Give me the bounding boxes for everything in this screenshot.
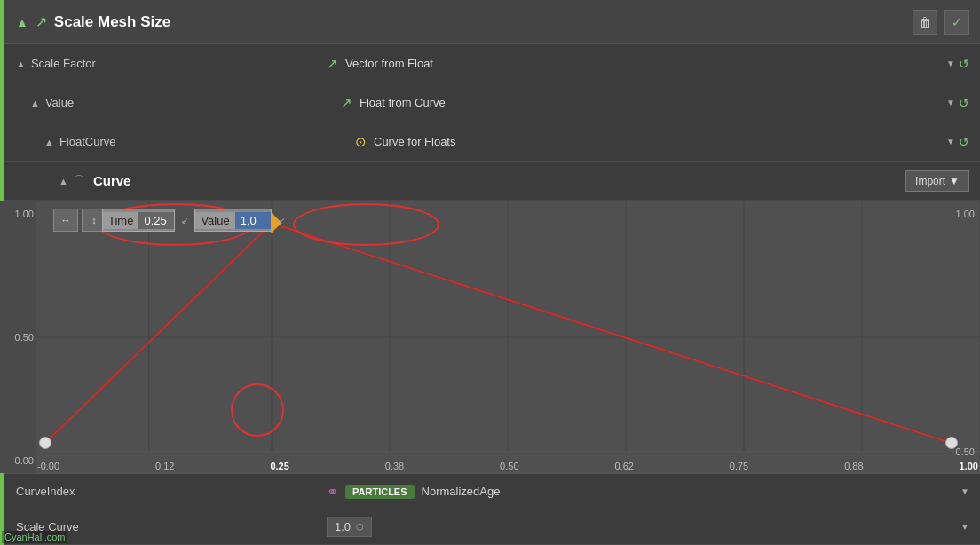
svg-line-13 — [272, 223, 952, 443]
y-right-top: 1.00 — [956, 209, 975, 219]
time-value-sep: ↙ — [178, 216, 191, 225]
scale-factor-collapse[interactable]: ▲ — [16, 59, 26, 69]
scale-curve-input[interactable]: 1.0 ⬡ — [327, 517, 372, 537]
floatcurve-reset[interactable]: ↺ — [959, 135, 969, 149]
enable-checkbox[interactable]: ✓ — [944, 10, 969, 35]
floatcurve-dropdown[interactable]: ▼ — [946, 137, 955, 146]
particles-badge: PARTICLES — [345, 485, 415, 499]
time-value-row: Time 0.25 ↙ Value 1.0 ↙ — [102, 209, 288, 232]
curve-index-dropdown[interactable]: ▼ — [960, 486, 969, 496]
header-row: ▲ ↗ Scale Mesh Size 🗑 ✓ — [0, 0, 980, 44]
curve-index-row: CurveIndex ⚭ PARTICLES NormalizedAge ▼ — [0, 474, 980, 509]
delete-button[interactable]: 🗑 — [913, 10, 937, 35]
x-label-4: 0.50 — [500, 461, 518, 471]
value-reset[interactable]: ↺ — [959, 96, 969, 110]
curve-icon: ⌒ — [74, 173, 84, 188]
import-button[interactable]: Import ▼ — [905, 170, 969, 192]
x-label-7: 0.88 — [844, 461, 863, 471]
x-axis: -0.00 0.12 0.25 0.38 0.50 0.62 0.75 0.88… — [36, 461, 980, 471]
scale-factor-dropdown[interactable]: ▼ — [946, 59, 955, 68]
toolbar-fit-horizontal[interactable]: ↔ — [53, 209, 78, 232]
curve-index-left: CurveIndex — [16, 485, 327, 498]
curve-collapse[interactable]: ▲ — [59, 176, 68, 186]
value-arrow: ↙ — [275, 216, 288, 225]
scale-curve-expand[interactable]: ⬡ — [356, 522, 364, 532]
curve-for-floats-icon: ⊙ — [355, 134, 367, 150]
value-dropdown[interactable]: ▼ — [946, 98, 955, 107]
header-nav-icon: ↗ — [36, 13, 47, 30]
value-input-label: Value — [195, 212, 234, 229]
x-label-2: 0.25 — [270, 461, 288, 471]
value-controls: ▼ ↺ — [946, 96, 969, 110]
scale-curve-value: 1.0 — [335, 520, 351, 533]
bottom-bar: CurveIndex ⚭ PARTICLES NormalizedAge ▼ S… — [0, 473, 980, 545]
scale-curve-dropdown[interactable]: ▼ — [960, 522, 969, 532]
float-from-curve-icon: ↗ — [341, 95, 352, 111]
prop-row-value: ▲ Value ↗ Float from Curve ▼ ↺ — [0, 83, 980, 122]
x-label-6: 0.75 — [730, 461, 748, 471]
value-input-container: Value 1.0 — [194, 209, 271, 232]
header-collapse-arrow[interactable]: ▲ — [16, 15, 28, 29]
time-value[interactable]: 0.25 — [138, 212, 174, 229]
float-from-curve-label: Float from Curve — [360, 96, 939, 109]
floatcurve-collapse[interactable]: ▲ — [44, 137, 54, 147]
value-label: Value — [45, 96, 74, 109]
scale-factor-reset[interactable]: ↺ — [959, 57, 969, 71]
y-axis-right: 1.00 0.50 — [954, 201, 976, 464]
floatcurve-controls: ▼ ↺ — [946, 135, 969, 149]
scale-factor-controls: ▼ ↺ — [946, 57, 969, 71]
scale-factor-label: Scale Factor — [31, 57, 96, 70]
y-label-mid: 0.50 — [2, 332, 34, 343]
prop-right-value: ↗ Float from Curve ▼ ↺ — [341, 95, 969, 111]
x-label-3: 0.38 — [385, 461, 404, 471]
y-right-mid: 0.50 — [956, 446, 975, 457]
link-icon: ⚭ — [327, 483, 338, 500]
time-input-container: Time 0.25 — [102, 209, 175, 232]
module-title: Scale Mesh Size — [54, 13, 905, 31]
chart-toolbar: ↔ ↕ — [53, 209, 107, 232]
x-label-0: -0.00 — [37, 461, 59, 471]
y-axis-left: 1.00 0.50 0.00 — [0, 201, 36, 473]
scale-curve-right: 1.0 ⬡ ▼ — [327, 517, 969, 537]
prop-left-floatcurve: ▲ FloatCurve — [44, 135, 355, 148]
import-label: Import — [915, 175, 945, 187]
prop-row-floatcurve: ▲ FloatCurve ⊙ Curve for Floats ▼ ↺ — [0, 122, 980, 162]
vector-from-float-label: Vector from Float — [345, 57, 939, 70]
header-actions: 🗑 ✓ — [913, 10, 969, 35]
import-arrow: ▼ — [949, 175, 960, 187]
prop-left-scale-factor: ▲ Scale Factor — [16, 57, 327, 70]
prop-right-scale-factor: ↗ Vector from Float ▼ ↺ — [327, 56, 969, 72]
floatcurve-label: FloatCurve — [59, 135, 116, 148]
prop-left-value: ▲ Value — [30, 96, 341, 109]
x-label-5: 0.62 — [614, 461, 633, 471]
y-label-bot: 0.00 — [2, 455, 34, 466]
properties-section: ▲ Scale Factor ↗ Vector from Float ▼ ↺ ▲… — [0, 44, 980, 201]
curve-row: ▲ ⌒ Curve Import ▼ — [0, 162, 980, 201]
prop-row-scale-factor: ▲ Scale Factor ↗ Vector from Float ▼ ↺ — [0, 44, 980, 83]
watermark: CyanHall.com — [2, 531, 67, 543]
x-label-1: 0.12 — [155, 461, 174, 471]
y-label-top: 1.00 — [2, 209, 34, 219]
value-collapse[interactable]: ▲ — [30, 98, 40, 108]
curve-for-floats-label: Curve for Floats — [374, 135, 939, 148]
chart-inner: ↔ ↕ Time 0.25 ↙ Value 1.0 ↙ — [36, 201, 980, 473]
curve-index-label: CurveIndex — [16, 485, 75, 498]
curve-svg — [36, 201, 980, 473]
value-input-val[interactable]: 1.0 — [235, 212, 271, 229]
curve-label: Curve — [93, 173, 131, 188]
keyframe-circle-start[interactable] — [39, 437, 51, 449]
curve-right: Import ▼ — [369, 170, 969, 192]
prop-right-floatcurve: ⊙ Curve for Floats ▼ ↺ — [355, 134, 969, 150]
curve-index-right: ⚭ PARTICLES NormalizedAge ▼ — [327, 483, 969, 500]
curve-left: ▲ ⌒ Curve — [59, 173, 369, 188]
svg-line-12 — [45, 223, 272, 443]
scale-curve-row: Scale Curve 1.0 ⬡ ▼ — [0, 509, 980, 545]
chart-area: 1.00 0.50 0.00 — [0, 201, 980, 473]
vector-from-float-icon: ↗ — [327, 56, 338, 72]
time-label: Time — [103, 212, 138, 229]
normalized-age-label: NormalizedAge — [422, 485, 501, 498]
